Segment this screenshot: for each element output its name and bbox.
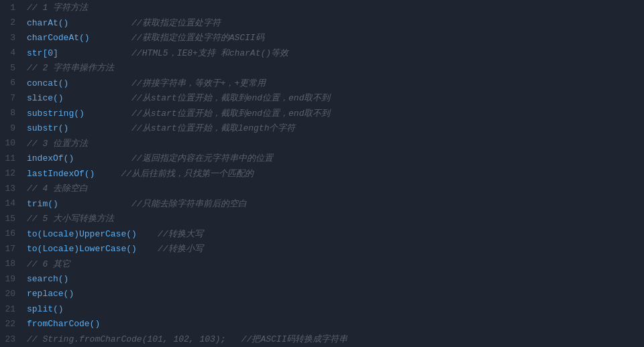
method-indexOf: indexOf() xyxy=(27,153,74,163)
line-number-19: 19 xyxy=(0,274,23,284)
line-comment-2: //获取指定位置处字符 xyxy=(131,18,221,28)
line-number-18: 18 xyxy=(0,259,23,269)
line-number-20: 20 xyxy=(0,289,23,299)
line-content-21: split() xyxy=(23,304,644,314)
code-line-23: 23 // String.fromCharCode(101, 102, 103)… xyxy=(0,332,644,347)
method-concat: concat() xyxy=(27,78,68,88)
method-toUpperCase: to(Locale)UpperCase() xyxy=(27,229,137,239)
line-comment-3: //获取指定位置处字符的ASCII码 xyxy=(131,33,264,43)
line-comment-4: //HTML5，IE8+支持 和charAt()等效 xyxy=(131,48,288,58)
line-number-22: 22 xyxy=(0,319,23,329)
line-content-11: indexOf() //返回指定内容在元字符串中的位置 xyxy=(23,152,644,164)
code-line-3: 3 charCodeAt() //获取指定位置处字符的ASCII码 xyxy=(0,30,644,46)
line-content-19: search() xyxy=(23,274,644,284)
method-toLowerCase: to(Locale)LowerCase() xyxy=(27,244,137,254)
line-content-1: // 1 字符方法 xyxy=(23,1,644,13)
method-fromCharCode: fromCharCode() xyxy=(27,319,100,329)
line-content-6: concat() //拼接字符串，等效于+，+更常用 xyxy=(23,77,644,89)
line-number-14: 14 xyxy=(0,198,23,208)
code-line-21: 21 split() xyxy=(0,301,644,317)
code-line-7: 7 slice() //从start位置开始，截取到end位置，end取不到 xyxy=(0,90,644,106)
code-line-9: 9 substr() //从start位置开始，截取length个字符 xyxy=(0,121,644,136)
line-number-15: 15 xyxy=(0,214,23,224)
line-number-23: 23 xyxy=(0,334,23,344)
line-content-10: // 3 位置方法 xyxy=(23,137,644,149)
line-content-17: to(Locale)LowerCase() //转换小写 xyxy=(23,242,644,255)
method-lastIndexOf: lastIndexOf() xyxy=(27,169,95,179)
line-number-6: 6 xyxy=(0,78,23,88)
line-comment-6: //拼接字符串，等效于+，+更常用 xyxy=(131,78,266,88)
code-line-12: 12 lastIndexOf() //从后往前找，只找第一个匹配的 xyxy=(0,166,644,182)
method-trim: trim() xyxy=(27,199,58,209)
line-comment-11: //返回指定内容在元字符串中的位置 xyxy=(131,153,273,163)
code-line-2: 2 charAt() //获取指定位置处字符 xyxy=(0,15,644,31)
method-split: split() xyxy=(27,304,64,314)
line-content-12: lastIndexOf() //从后往前找，只找第一个匹配的 xyxy=(23,167,644,180)
code-line-5: 5 // 2 字符串操作方法 xyxy=(0,60,644,76)
line-number-4: 4 xyxy=(0,48,23,58)
line-spacing-16 xyxy=(137,229,158,239)
method-search: search() xyxy=(27,274,68,284)
line-spacing-6 xyxy=(68,78,131,88)
line-spacing-14 xyxy=(58,199,131,209)
line-content-2: charAt() //获取指定位置处字符 xyxy=(23,17,644,29)
line-comment-16: //转换大写 xyxy=(158,229,203,239)
code-line-19: 19 search() xyxy=(0,271,644,287)
method-charAt: charAt() xyxy=(27,18,68,28)
method-charCodeAt: charCodeAt() xyxy=(27,33,90,43)
line-number-16: 16 xyxy=(0,228,23,238)
line-number-5: 5 xyxy=(0,63,23,73)
line-number-7: 7 xyxy=(0,93,23,103)
line-number-21: 21 xyxy=(0,304,23,314)
code-line-8: 8 substring() //从start位置开始，截取到end位置，end取… xyxy=(0,106,644,121)
method-str0: str[0] xyxy=(27,48,58,58)
line-spacing-12 xyxy=(95,169,121,179)
line-spacing-4 xyxy=(58,48,131,58)
line-content-18: // 6 其它 xyxy=(23,258,644,270)
line-number-1: 1 xyxy=(0,3,23,13)
line-content-23: // String.fromCharCode(101, 102, 103); /… xyxy=(23,333,644,345)
line-content-3: charCodeAt() //获取指定位置处字符的ASCII码 xyxy=(23,31,644,44)
line-content-7: slice() //从start位置开始，截取到end位置，end取不到 xyxy=(23,92,644,104)
line-comment-14: //只能去除字符串前后的空白 xyxy=(131,199,247,209)
line-spacing-11 xyxy=(74,153,131,163)
code-line-18: 18 // 6 其它 xyxy=(0,257,644,272)
line-comment-12: //从后往前找，只找第一个匹配的 xyxy=(121,169,254,179)
code-line-20: 20 replace() xyxy=(0,287,644,302)
line-spacing-7 xyxy=(64,93,131,103)
line-comment-7: //从start位置开始，截取到end位置，end取不到 xyxy=(131,93,330,103)
line-number-10: 10 xyxy=(0,138,23,148)
line-comment-9: //从start位置开始，截取length个字符 xyxy=(131,123,295,133)
code-line-4: 4 str[0] //HTML5，IE8+支持 和charAt()等效 xyxy=(0,46,644,61)
code-line-1: 1 // 1 字符方法 xyxy=(0,0,644,15)
line-content-15: // 5 大小写转换方法 xyxy=(23,212,644,224)
code-line-16: 16 to(Locale)UpperCase() //转换大写 xyxy=(0,226,644,242)
code-editor: 1 // 1 字符方法 2 charAt() //获取指定位置处字符 3 cha… xyxy=(0,0,644,347)
code-line-15: 15 // 5 大小写转换方法 xyxy=(0,211,644,226)
code-line-11: 11 indexOf() //返回指定内容在元字符串中的位置 xyxy=(0,151,644,166)
line-content-20: replace() xyxy=(23,289,644,299)
method-replace: replace() xyxy=(27,289,74,299)
line-comment-8: //从start位置开始，截取到end位置，end取不到 xyxy=(131,109,330,119)
line-content-8: substring() //从start位置开始，截取到end位置，end取不到 xyxy=(23,107,644,119)
line-spacing-9 xyxy=(68,123,131,133)
line-spacing-8 xyxy=(85,109,131,119)
line-spacing-3 xyxy=(90,33,131,43)
line-spacing-2 xyxy=(68,18,131,28)
line-content-5: // 2 字符串操作方法 xyxy=(23,62,644,74)
line-content-16: to(Locale)UpperCase() //转换大写 xyxy=(23,228,644,240)
method-slice: slice() xyxy=(27,93,64,103)
code-line-14: 14 trim() //只能去除字符串前后的空白 xyxy=(0,196,644,212)
line-spacing-17 xyxy=(137,244,158,254)
code-line-17: 17 to(Locale)LowerCase() //转换小写 xyxy=(0,241,644,257)
code-line-10: 10 // 3 位置方法 xyxy=(0,136,644,151)
line-content-13: // 4 去除空白 xyxy=(23,182,644,194)
code-line-6: 6 concat() //拼接字符串，等效于+，+更常用 xyxy=(0,76,644,91)
line-number-2: 2 xyxy=(0,17,23,27)
line-comment-17: //转换小写 xyxy=(158,244,203,254)
line-content-22: fromCharCode() xyxy=(23,319,644,329)
line-content-14: trim() //只能去除字符串前后的空白 xyxy=(23,198,644,210)
line-number-13: 13 xyxy=(0,184,23,194)
method-substr: substr() xyxy=(27,123,68,133)
line-content-9: substr() //从start位置开始，截取length个字符 xyxy=(23,122,644,134)
